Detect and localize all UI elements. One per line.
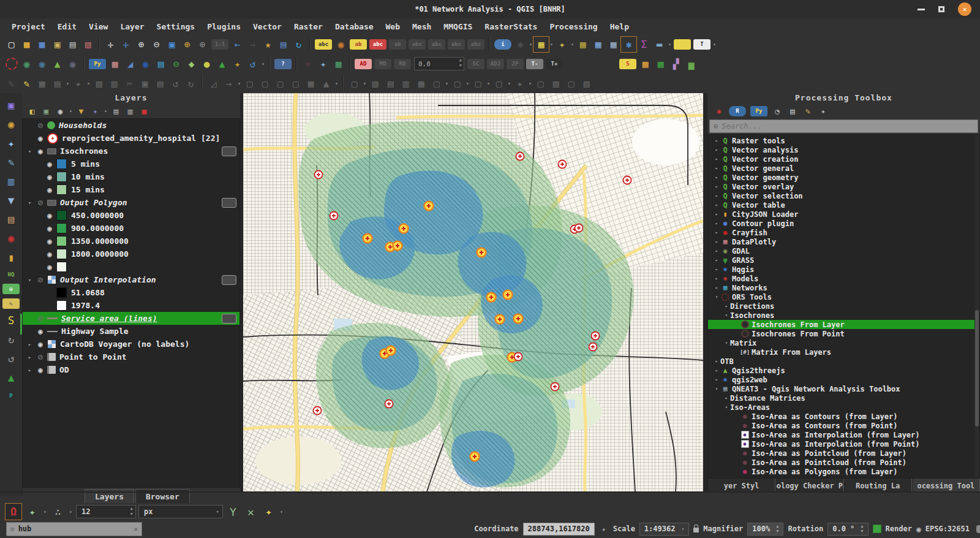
layer-row-point-to-point[interactable]: ▸⊘Point to Point	[23, 350, 239, 363]
hospital-marker[interactable]	[514, 353, 522, 361]
locator-clear-icon[interactable]: ✕	[134, 525, 138, 533]
dock-tab-0[interactable]: yer Styl	[707, 479, 775, 493]
menu-view[interactable]: View	[83, 21, 113, 32]
hospital-marker[interactable]	[314, 407, 322, 415]
move-feature-icon-caret[interactable]: ▾	[236, 81, 242, 86]
expand-arrow-icon[interactable]: ▾	[713, 294, 720, 300]
visibility-eye-icon[interactable]: ◉	[34, 339, 47, 349]
dock-tab-1[interactable]: pology Checker Pa	[775, 479, 843, 493]
menu-mmqgis[interactable]: MMQGIS	[438, 21, 478, 32]
visibility-eye-icon[interactable]: ◉	[43, 185, 56, 194]
expand-arrow-icon[interactable]: ▾	[26, 277, 34, 283]
pan-to-selection-icon[interactable]: ✛	[118, 37, 134, 52]
avoid-overlap-caret[interactable]: ▾	[279, 509, 284, 515]
algo-row-raster-tools[interactable]: ▸QRaster tools	[708, 136, 979, 145]
menu-layer[interactable]: Layer	[115, 21, 149, 32]
sagang-icon[interactable]: S	[3, 313, 19, 328]
maximize-button[interactable]	[938, 6, 944, 12]
expand-arrow-icon[interactable]: ▾	[723, 340, 730, 346]
expand-arrow-icon[interactable]: ▸	[713, 377, 720, 382]
menu-plugins[interactable]: Plugins	[202, 21, 246, 32]
algo-row-dataplotly[interactable]: ▸▦DataPlotly	[708, 237, 979, 246]
expand-arrow-icon[interactable]: ▾	[723, 313, 730, 318]
measure-icon-caret[interactable]: ▾	[667, 42, 673, 47]
hospital-marker-selected[interactable]	[424, 202, 434, 211]
osm-downloader-icon[interactable]: ◉	[65, 56, 80, 72]
node-network-icon[interactable]: ✦	[315, 56, 331, 72]
layer-row-900-0000000[interactable]: ◉900.0000000	[23, 222, 239, 235]
layer-row-1978-4[interactable]: 1978.4	[23, 299, 239, 312]
undo-history-icon[interactable]: ↺	[245, 56, 260, 72]
highlight-labels-icon[interactable]: abc	[369, 39, 386, 50]
layer-row-od[interactable]: ▸◉OD	[23, 363, 239, 376]
menu-processing[interactable]: Processing	[544, 21, 603, 32]
curve-tool-icon-caret[interactable]: ▾	[507, 81, 512, 86]
add-wcs-layer-icon[interactable]: ◉	[34, 56, 50, 72]
manage-map-themes-icon-caret[interactable]: ▾	[68, 108, 74, 114]
expand-arrow-icon[interactable]: ▸	[713, 193, 720, 199]
hospital-marker-selected[interactable]	[487, 293, 496, 302]
pan-map-icon[interactable]: ✛	[103, 37, 118, 52]
visibility-eye-icon[interactable]: ⊘	[34, 121, 47, 130]
expand-arrow-icon[interactable]: ▸	[713, 248, 720, 254]
algo-row-iso-area-as-contours-from-point[interactable]: ●Iso-Area as Contours (from Point)	[708, 421, 979, 430]
python-console-icon[interactable]: Py	[89, 59, 106, 69]
algo-row-gdal[interactable]: ▸◉GDAL	[708, 246, 979, 256]
options-wrench-icon[interactable]: ✦	[816, 105, 830, 118]
enable-snapping-button[interactable]: Ω	[5, 503, 22, 520]
layer-row-output-polygon[interactable]: ▾⊘Output Polygon	[23, 196, 239, 209]
layer-row-15-mins[interactable]: ◉15 mins	[23, 183, 239, 196]
trim-extend-icon-caret[interactable]: ▾	[486, 81, 491, 86]
select-by-expression-icon-caret[interactable]: ▾	[570, 42, 575, 47]
add-web-layer-icon[interactable]: ◉	[3, 117, 19, 132]
undo-history-icon-caret[interactable]: ▾	[260, 61, 266, 67]
expand-arrow-icon[interactable]: ▸	[713, 156, 720, 162]
render-checkbox[interactable]	[873, 525, 881, 533]
algo-row-vector-general[interactable]: ▸QVector general	[708, 164, 979, 173]
visibility-eye-icon[interactable]: ⊘	[34, 198, 47, 207]
expand-arrow-icon[interactable]: ▸	[713, 165, 720, 171]
snapping-type-caret[interactable]: ▾	[68, 509, 74, 515]
quickmapservices-icon[interactable]: ◆	[184, 56, 199, 72]
visibility-eye-icon[interactable]: ◉	[43, 172, 56, 181]
algo-row-iso-area-as-contours-from-layer[interactable]: ●Iso-Area as Contours (from Layer)	[708, 412, 979, 421]
cityjson-loader-icon[interactable]: ▮	[3, 250, 19, 265]
hospital-marker[interactable]	[315, 171, 323, 179]
reshape-icon-caret[interactable]: ▾	[362, 81, 368, 86]
visibility-eye-icon[interactable]: ⊘	[34, 314, 47, 323]
hospital-marker-selected[interactable]	[496, 315, 505, 324]
hospital-marker[interactable]	[592, 332, 600, 340]
hqgis-icon[interactable]: HQ	[2, 269, 20, 279]
label-toolbar-icon[interactable]: abc	[315, 39, 332, 50]
expand-arrow-icon[interactable]: ▾	[723, 404, 730, 410]
snapping-type-icon[interactable]: ∴	[50, 504, 66, 520]
select-features-icon[interactable]: ▦	[533, 37, 549, 52]
run-feature-action-icon-caret[interactable]: ▾	[528, 42, 533, 47]
panel-divider-left[interactable]	[240, 93, 243, 491]
dock-tab-2[interactable]: Routing La	[844, 479, 912, 493]
menu-raster[interactable]: Raster	[288, 21, 328, 32]
layer-row-cartodb-voyager-no-labels[interactable]: ▸◉CartoDB Voyager (no labels)	[23, 338, 239, 350]
help-contents-icon[interactable]: ?	[274, 59, 292, 69]
table-sync-icon[interactable]: ▦	[331, 56, 346, 72]
layer-row-51-0688[interactable]: 51.0688	[23, 286, 239, 299]
menu-vector[interactable]: Vector	[247, 21, 287, 32]
algo-row-models[interactable]: ▸✱Models	[708, 274, 979, 283]
algo-row-iso-area-as-pointcloud-from-layer[interactable]: ●Iso-Area as Pointcloud (from Layer)	[708, 449, 979, 458]
algo-row-otb[interactable]: ▸OTB	[708, 357, 979, 366]
visibility-eye-icon[interactable]: ◉	[43, 224, 56, 233]
filter-by-expression-icon[interactable]: ✦	[89, 105, 102, 118]
locator-search-input[interactable]: ⊖ hub ✕	[6, 522, 142, 536]
refresh-map-icon[interactable]: ↻	[291, 37, 306, 52]
menu-project[interactable]: Project	[6, 21, 51, 32]
t-minus-chip[interactable]: T-	[526, 59, 543, 69]
visibility-eye-icon[interactable]: ◉	[43, 211, 56, 220]
expand-arrow-icon[interactable]: ▸	[713, 257, 720, 263]
hospital-marker[interactable]	[385, 400, 393, 408]
processing-toolbox-icon[interactable]: ✱	[621, 37, 636, 52]
coordinate-input[interactable]: 288743,1617820	[523, 523, 595, 536]
add-feature-icon-caret[interactable]: ▾	[65, 81, 70, 86]
algo-row-iso-area-as-polygons-from-layer[interactable]: ●Iso-Area as Polygons (from Layer)	[708, 467, 979, 476]
vertex-tool-icon-caret[interactable]: ▾	[86, 81, 91, 86]
build-tools-icon[interactable]: ✦	[230, 56, 245, 72]
